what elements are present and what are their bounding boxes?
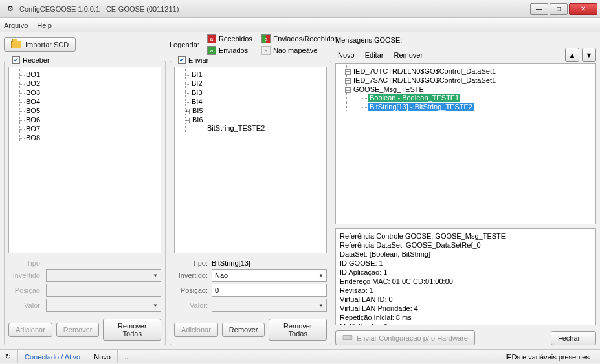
recv-remove-all-button[interactable]: Remover Todas: [103, 319, 161, 341]
tree-item[interactable]: BO5: [19, 106, 159, 115]
msgs-editar-link[interactable]: Editar: [365, 51, 384, 59]
maximize-button[interactable]: □: [550, 3, 568, 15]
refresh-icon[interactable]: ↻: [5, 352, 11, 361]
tree-item[interactable]: BO8: [19, 133, 159, 142]
tree-item[interactable]: BO1: [19, 70, 159, 79]
tree-item[interactable]: BI4: [185, 97, 325, 106]
status-bar: ↻ Conectado / Ativo Novo ... IEDs e vari…: [0, 349, 600, 363]
tree-item[interactable]: BO3: [19, 88, 159, 97]
receive-group: ✔ Receber BO1 BO2 BO3 BO4 BO5 BO6 BO7 BO…: [4, 61, 166, 345]
tree-item[interactable]: +IED_7UTCTRL/LLN0$GO$Control_DataSet1: [346, 67, 594, 76]
msgs-remover-link[interactable]: Remover: [394, 51, 423, 59]
collapse-icon[interactable]: −: [345, 87, 351, 93]
send-title: Enviar: [188, 56, 208, 64]
msgs-tree[interactable]: +IED_7UTCTRL/LLN0$GO$Control_DataSet1 +I…: [335, 63, 596, 224]
close-button[interactable]: ✕: [569, 3, 597, 15]
recv-remove-button[interactable]: Remover: [56, 323, 100, 337]
detail-line: Virtual LAN Prioridade: 4: [340, 304, 592, 313]
send-add-button[interactable]: Adicionar: [174, 323, 218, 337]
msgs-title: Mensagens GOOSE:: [335, 36, 596, 47]
tree-item[interactable]: BitString_TESTE2: [201, 123, 325, 133]
menu-bar: Arquivo Help: [0, 18, 600, 32]
recv-add-button[interactable]: Adicionar: [8, 323, 52, 337]
send-hw-button[interactable]: ⌨ Enviar Configuração p/ o Hardware: [335, 330, 475, 345]
msgs-novo-link[interactable]: Novo: [338, 51, 355, 59]
app-icon: ⚙: [5, 4, 16, 14]
tree-item[interactable]: BI2: [185, 79, 325, 88]
send-remove-button[interactable]: Remover: [222, 323, 265, 337]
tree-item[interactable]: +BI5: [185, 106, 325, 115]
legend-text: Enviados: [219, 47, 248, 54]
hardware-icon: ⌨: [342, 334, 353, 342]
legend-box-recv: a: [207, 34, 216, 43]
send-tree[interactable]: BI1 BI2 BI3 BI4 +BI5 −BI6 BitString_TEST…: [174, 67, 327, 253]
close-dialog-button[interactable]: Fechar: [551, 331, 596, 345]
legend-text: Recebidos: [219, 35, 252, 43]
tree-item[interactable]: BO4: [19, 97, 159, 106]
detail-line: Repetição Inicial: 8 ms: [340, 313, 592, 322]
tree-item[interactable]: −GOOSE_Msg_TESTE Boolean - Boolean_TESTE…: [346, 85, 594, 112]
detail-line: Multiplicador: 2: [340, 322, 592, 325]
recv-pos-input: [46, 284, 161, 297]
window-titlebar: ⚙ ConfigCEGOOSE 1.0.0.1 - CE-GOOSE (0011…: [0, 0, 600, 18]
legend-label: Legenda:: [170, 41, 199, 48]
minimize-button[interactable]: —: [530, 3, 548, 15]
tree-item[interactable]: BO7: [19, 124, 159, 133]
status-ieds: IEDs e variáveis presentes: [505, 353, 590, 361]
collapse-icon[interactable]: −: [184, 118, 190, 123]
detail-line: Referência DataSet: GOOSE_DataSetRef_0: [340, 241, 592, 250]
detail-line: Revisão: 1: [340, 286, 592, 295]
legend-text: Não mapeável: [273, 47, 319, 54]
tree-item[interactable]: +IED_7SACTRL/LLN0$GO$Control_DataSet1: [346, 76, 594, 85]
detail-line: ID GOOSE: 1: [340, 259, 592, 268]
move-down-button[interactable]: ▼: [582, 48, 596, 62]
recv-val-label: Valor:: [8, 301, 42, 309]
legend-box-send: a: [207, 46, 216, 55]
send-inv-label: Invertido:: [174, 272, 208, 279]
tree-item[interactable]: BO2: [19, 79, 159, 88]
status-dots: ...: [124, 353, 130, 361]
recv-pos-label: Posição:: [8, 286, 42, 294]
detail-line: DataSet: [Boolean, BitString]: [340, 250, 592, 259]
send-remove-all-button[interactable]: Remover Todas: [269, 319, 327, 341]
menu-help[interactable]: Help: [37, 21, 52, 29]
detail-line: ID Aplicação: 1: [340, 268, 592, 277]
send-val-select: ▼: [212, 299, 327, 312]
send-group: ✔ Enviar BI1 BI2 BI3 BI4 +BI5 −BI6 BitSt…: [170, 61, 331, 345]
send-hw-label: Enviar Configuração p/ o Hardware: [357, 334, 468, 342]
receive-title: Receber: [23, 56, 50, 64]
send-inv-select[interactable]: Não▼: [212, 269, 327, 282]
detail-line: Virtual LAN ID: 0: [340, 295, 592, 304]
legend-box-both: a: [261, 34, 271, 43]
recv-inv-select: ▼: [46, 269, 161, 282]
arrow-up-icon: ▲: [569, 51, 576, 59]
send-pos-input[interactable]: [212, 284, 327, 297]
menu-arquivo[interactable]: Arquivo: [4, 21, 28, 29]
recv-inv-label: Invertido:: [8, 272, 42, 279]
legend-text: Enviados/Recebidos: [273, 35, 338, 43]
tree-item[interactable]: BitString[13] - BitString_TESTE2: [362, 102, 594, 111]
tree-item[interactable]: Boolean - Boolean_TESTE1: [362, 93, 594, 102]
move-up-button[interactable]: ▲: [565, 48, 579, 62]
msgs-details: Referência Controle GOOSE: GOOSE_Msg_TES…: [335, 228, 596, 325]
detail-line: Endereço MAC: 01:0C:CD:01:00:00: [340, 277, 592, 286]
tree-item[interactable]: BI1: [185, 70, 325, 79]
arrow-down-icon: ▼: [586, 51, 593, 59]
legend-box-unmap: a: [261, 46, 271, 55]
status-novo: Novo: [94, 353, 111, 361]
window-title: ConfigCEGOOSE 1.0.0.1 - CE-GOOSE (001121…: [19, 5, 530, 13]
import-scd-label: Importar SCD: [25, 41, 69, 48]
tree-item[interactable]: −BI6 BitString_TESTE2: [185, 115, 325, 133]
folder-icon: [11, 41, 21, 48]
send-val-label: Valor:: [174, 301, 208, 309]
detail-line: Referência Controle GOOSE: GOOSE_Msg_TES…: [340, 231, 592, 241]
status-connection[interactable]: Conectado / Ativo: [25, 353, 80, 361]
receive-checkbox[interactable]: ✔: [12, 56, 20, 64]
import-scd-button[interactable]: Importar SCD: [4, 37, 76, 52]
receive-tree[interactable]: BO1 BO2 BO3 BO4 BO5 BO6 BO7 BO8: [8, 67, 161, 253]
tree-item[interactable]: BI3: [185, 88, 325, 97]
send-checkbox[interactable]: ✔: [178, 56, 186, 64]
tree-item[interactable]: BO6: [19, 115, 159, 124]
send-pos-label: Posição:: [174, 286, 208, 294]
send-tipo-label: Tipo:: [174, 259, 208, 267]
